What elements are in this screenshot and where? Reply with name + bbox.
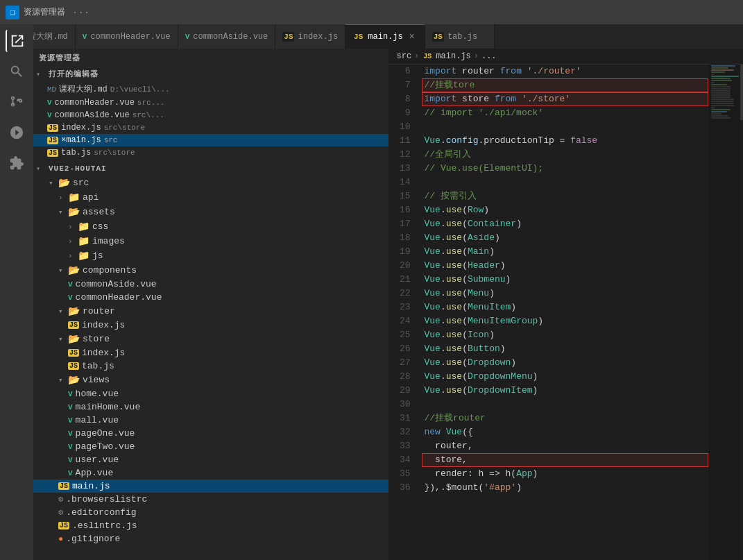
breadcrumb-mainjs[interactable]: main.js bbox=[436, 51, 470, 61]
project-header[interactable]: ▾ VUE2-HOUTAI bbox=[33, 162, 388, 176]
breadcrumb-dots[interactable]: ... bbox=[481, 51, 497, 61]
code-line: Vue.use(Header) bbox=[422, 259, 709, 273]
git-icon-btn[interactable] bbox=[6, 91, 28, 113]
tab-mainjs-close[interactable]: × bbox=[407, 31, 418, 42]
tree-item[interactable]: VApp.vue bbox=[33, 466, 388, 480]
vue-file-icon: V bbox=[68, 280, 73, 289]
tree-item[interactable]: ▾📂store bbox=[33, 332, 388, 346]
tree-item[interactable]: ⚙.editorconfig bbox=[33, 506, 388, 519]
title-bar-text: 资源管理器 bbox=[24, 6, 65, 18]
open-file-indexjs[interactable]: JS index.js src\store bbox=[33, 121, 388, 134]
folder-chevron: › bbox=[68, 237, 76, 246]
open-file-mainjs[interactable]: JS × main.js src bbox=[33, 134, 388, 146]
tree-item[interactable]: ›📁images bbox=[33, 234, 388, 248]
tree-item[interactable]: ›📁api bbox=[33, 190, 388, 205]
tree-item[interactable]: VpageTwo.vue bbox=[33, 440, 388, 453]
tree-item[interactable]: ●.gitignore bbox=[33, 532, 388, 545]
code-line: Vue.use(Row) bbox=[422, 203, 709, 217]
code-line: //全局引入 bbox=[422, 148, 709, 162]
open-editors-chevron: ▾ bbox=[36, 70, 44, 78]
vue-file-icon: V bbox=[68, 469, 73, 477]
open-file-aside[interactable]: V commonAside.vue src\... bbox=[33, 109, 388, 121]
js-file-icon: JS bbox=[68, 362, 79, 370]
folder-chevron: ▾ bbox=[49, 178, 57, 187]
explorer-icon[interactable] bbox=[6, 49, 28, 52]
folder-icon: 📁 bbox=[78, 221, 89, 232]
gear-file-icon: ⚙ bbox=[58, 494, 63, 504]
tree-item-label: index.js bbox=[82, 348, 125, 358]
open-file-indexjs-icon: JS bbox=[47, 124, 58, 132]
folder-icon: 📁 bbox=[78, 250, 89, 262]
tree-item[interactable]: ▾📂router bbox=[33, 304, 388, 319]
tree-item[interactable]: JS.eslintrc.js bbox=[33, 519, 388, 532]
tree-item[interactable]: ›📁js bbox=[33, 248, 388, 263]
folder-icon: 📂 bbox=[68, 333, 80, 345]
tree-item-label: assets bbox=[83, 207, 115, 217]
tab-header[interactable]: V commonHeader.vue bbox=[76, 24, 178, 49]
open-file-aside-name: commonAside.vue bbox=[55, 110, 130, 120]
extensions-icon-btn[interactable] bbox=[6, 152, 28, 174]
tree-item[interactable]: ▾📂assets bbox=[33, 205, 388, 219]
open-file-indexjs-path: src\store bbox=[104, 124, 145, 132]
open-file-tabjs[interactable]: JS tab.js src\store bbox=[33, 146, 388, 159]
activity-bar bbox=[0, 49, 33, 560]
tree-item-label: views bbox=[83, 375, 110, 385]
tree-item[interactable]: ▾📂views bbox=[33, 373, 388, 387]
tree-item-label: index.js bbox=[82, 320, 125, 330]
breadcrumb: src › JS main.js › ... bbox=[388, 49, 744, 65]
tree-item-label: .eslintrc.js bbox=[72, 520, 137, 531]
folder-icon: 📁 bbox=[68, 192, 80, 203]
folder-chevron: › bbox=[68, 252, 76, 260]
breadcrumb-src[interactable]: src bbox=[397, 51, 412, 61]
tab-aside[interactable]: V commonAside.vue bbox=[178, 24, 276, 49]
tab-mainjs[interactable]: JS main.js × bbox=[345, 24, 425, 49]
tree-item[interactable]: JSindex.js bbox=[33, 319, 388, 332]
tree-item[interactable]: VcommonAside.vue bbox=[33, 278, 388, 291]
tree-item-label: main.js bbox=[72, 481, 110, 491]
open-editors-header[interactable]: ▾ 打开的编辑器 bbox=[33, 66, 388, 82]
tab-aside-icon: V bbox=[185, 33, 190, 41]
code-line: Vue.use(Container) bbox=[422, 217, 709, 231]
title-bar-dots[interactable]: ··· bbox=[72, 7, 89, 18]
folder-chevron: ▾ bbox=[58, 207, 67, 217]
tree-item-label: api bbox=[83, 192, 99, 203]
folder-icon: 📁 bbox=[78, 235, 89, 247]
gear-file-icon: ⚙ bbox=[58, 507, 63, 518]
tree-item[interactable]: Vuser.vue bbox=[33, 453, 388, 466]
open-file-header-name: commonHeader.vue bbox=[55, 98, 135, 108]
project-chevron: ▾ bbox=[36, 164, 44, 173]
folder-chevron: › bbox=[58, 194, 67, 202]
tree-item[interactable]: Vmall.vue bbox=[33, 414, 388, 427]
tab-tabjs[interactable]: JS tab.js bbox=[425, 24, 495, 49]
breadcrumb-js[interactable]: JS bbox=[422, 53, 433, 60]
tree-item[interactable]: VpageOne.vue bbox=[33, 427, 388, 440]
code-line: import store from './store' bbox=[422, 92, 709, 106]
folder-icon: 📂 bbox=[68, 374, 80, 386]
tree-item[interactable]: Vhome.vue bbox=[33, 387, 388, 400]
open-editors-section: ▾ 打开的编辑器 MD 课程大纲.md D:\vuecli\... V comm… bbox=[33, 66, 388, 159]
tree-item[interactable]: JStab.js bbox=[33, 359, 388, 373]
search-icon-btn[interactable] bbox=[6, 60, 28, 83]
tab-indexjs[interactable]: JS index.js bbox=[275, 24, 345, 49]
vue-file-icon: V bbox=[68, 430, 73, 438]
code-lines[interactable]: import router from './router'//挂载toreimp… bbox=[416, 65, 709, 560]
tab-mainjs-icon: JS bbox=[352, 32, 364, 42]
open-file-header[interactable]: V commonHeader.vue src... bbox=[33, 96, 388, 109]
tree-item[interactable]: VmainHome.vue bbox=[33, 400, 388, 414]
tab-mainjs-label: main.js bbox=[368, 32, 402, 42]
tree-item-label: mall.vue bbox=[76, 415, 119, 425]
tree-item[interactable]: ▾📂src bbox=[33, 176, 388, 190]
debug-icon-btn[interactable] bbox=[6, 121, 28, 144]
tree-item[interactable]: JSmain.js bbox=[33, 480, 388, 493]
code-line: Vue.use(DropdownMenu) bbox=[422, 370, 709, 384]
code-line: import router from './router' bbox=[422, 65, 709, 78]
tree-item[interactable]: JSindex.js bbox=[33, 346, 388, 359]
tree-item-label: commonHeader.vue bbox=[76, 292, 162, 303]
tree-item[interactable]: VcommonHeader.vue bbox=[33, 291, 388, 304]
code-line: //挂载router bbox=[422, 411, 709, 425]
tree-item[interactable]: ⚙.browserslistrc bbox=[33, 493, 388, 506]
open-file-tabjs-path: src\store bbox=[94, 149, 135, 157]
open-file-md[interactable]: MD 课程大纲.md D:\vuecli\... bbox=[33, 82, 388, 96]
tree-item[interactable]: ›📁css bbox=[33, 219, 388, 234]
tree-item[interactable]: ▾📂components bbox=[33, 263, 388, 278]
